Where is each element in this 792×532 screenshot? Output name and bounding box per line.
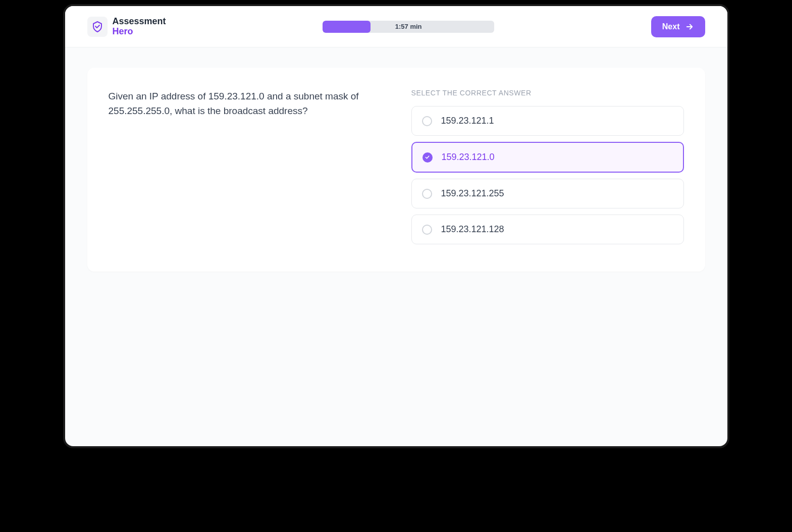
progress-fill [323,21,371,33]
next-button-label: Next [662,22,680,31]
app-window: Assessment Hero 1:57 min Next Given an I… [63,4,729,448]
answers-column: SELECT THE CORRECT ANSWER 159.23.121.1 1… [411,89,684,250]
arrow-right-icon [685,22,694,31]
radio-icon [422,225,432,235]
brand-line2: Hero [113,27,166,37]
question-card: Given an IP address of 159.23.121.0 and … [87,68,705,272]
option-label: 159.23.121.0 [442,152,495,163]
progress-bar: 1:57 min [323,21,494,33]
radio-icon [422,189,432,199]
option-label: 159.23.121.128 [441,224,504,235]
check-icon [425,154,430,160]
timer-text: 1:57 min [395,23,422,30]
answers-instruction: SELECT THE CORRECT ANSWER [411,89,684,97]
radio-icon [422,116,432,126]
radio-checked-icon [423,152,433,163]
option-0[interactable]: 159.23.121.1 [411,106,684,136]
shield-check-icon [91,21,103,33]
option-label: 159.23.121.255 [441,188,504,199]
brand-icon [87,17,108,37]
question-column: Given an IP address of 159.23.121.0 and … [109,89,381,250]
logo: Assessment Hero [87,17,166,37]
progress-container: 1:57 min [166,21,651,33]
header: Assessment Hero 1:57 min Next [65,6,727,47]
next-button[interactable]: Next [651,16,705,37]
option-1[interactable]: 159.23.121.0 [411,142,684,173]
question-text: Given an IP address of 159.23.121.0 and … [109,89,381,119]
option-label: 159.23.121.1 [441,116,494,126]
option-3[interactable]: 159.23.121.128 [411,215,684,244]
brand-line1: Assessment [113,17,166,27]
brand-text: Assessment Hero [113,17,166,37]
option-2[interactable]: 159.23.121.255 [411,179,684,208]
